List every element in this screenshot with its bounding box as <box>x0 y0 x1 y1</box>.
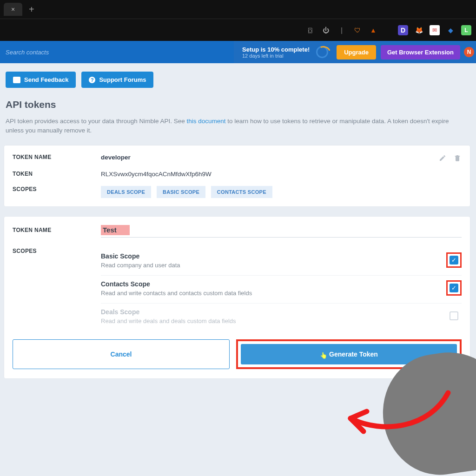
edit-icon[interactable] <box>438 154 447 162</box>
search-wrap <box>0 41 234 63</box>
existing-token-name: developer <box>101 154 438 161</box>
scope-title: Deals Scope <box>101 308 236 316</box>
scope-description: Read company and user data <box>101 262 180 269</box>
close-icon[interactable]: × <box>11 6 15 13</box>
scope-item: Contacts ScopeRead and write contacts an… <box>101 276 462 304</box>
extension-diamond-icon[interactable]: ◆ <box>445 25 456 35</box>
existing-token-value: RLXSvwx0ycm4fqocACnMfdwXfp6h9W <box>101 171 462 178</box>
scope-description: Read and write contacts and contacts cus… <box>101 290 252 297</box>
scope-chip: CONTACTS SCOPE <box>211 186 272 198</box>
existing-scopes: DEALS SCOPE BASIC SCOPE CONTACTS SCOPE <box>101 186 462 198</box>
scope-checkbox[interactable] <box>450 311 458 320</box>
notification-badge[interactable]: N <box>464 47 474 57</box>
scope-list: Basic ScopeRead company and user data✓Co… <box>101 248 462 331</box>
progress-ring-icon <box>316 46 328 58</box>
label-scopes: SCOPES <box>13 186 101 192</box>
browser-toolbar: ⌼ ⏻ | 🛡 ▲ D 🦊 ✉ ◆ L <box>0 19 476 41</box>
scope-description: Read and write deals and deals custom da… <box>101 317 236 324</box>
setup-progress[interactable]: Setup is 10% complete! 12 days left in t… <box>234 46 337 59</box>
shield-icon[interactable]: 🛡 <box>352 25 363 35</box>
checkbox-highlight-frame: ✓ <box>446 280 462 296</box>
extension-d-icon[interactable]: D <box>398 25 408 35</box>
link-icon[interactable]: ⌼ <box>305 25 315 35</box>
upgrade-button[interactable]: Upgrade <box>337 45 376 60</box>
existing-token-card: TOKEN NAME developer TOKEN RLXSvwx0ycm4f… <box>4 145 470 207</box>
support-forums-label: Support Forums <box>99 76 146 83</box>
app-topbar: Setup is 10% complete! 12 days left in t… <box>0 41 476 63</box>
doc-link[interactable]: this document <box>186 118 225 125</box>
send-feedback-label: Send Feedback <box>24 76 68 83</box>
label-scopes: SCOPES <box>13 248 101 254</box>
label-token-name: TOKEN NAME <box>13 225 101 233</box>
alert-icon[interactable]: ▲ <box>368 25 378 35</box>
scope-title: Contacts Scope <box>101 280 252 288</box>
cancel-button[interactable]: Cancel <box>13 339 230 369</box>
new-tab-button[interactable]: + <box>26 4 37 15</box>
new-token-form: TOKEN NAME SCOPES Basic ScopeRead compan… <box>4 216 470 379</box>
scope-chip: BASIC SCOPE <box>157 186 205 198</box>
scope-item: Basic ScopeRead company and user data✓ <box>101 248 462 276</box>
label-token-name: TOKEN NAME <box>13 154 101 160</box>
scope-checkbox[interactable]: ✓ <box>450 256 458 264</box>
power-icon[interactable]: ⏻ <box>321 25 331 35</box>
extension-l-icon[interactable]: L <box>461 25 471 35</box>
page-title: API tokens <box>6 99 470 110</box>
delete-icon[interactable] <box>453 154 462 162</box>
chat-icon <box>13 77 20 83</box>
question-icon: ? <box>89 77 95 83</box>
pointer-cursor-icon <box>320 351 326 358</box>
checkbox-highlight-frame: ✓ <box>446 252 462 268</box>
browser-tab[interactable]: × <box>4 3 22 16</box>
send-feedback-button[interactable]: Send Feedback <box>6 72 76 88</box>
browser-chrome: × + ⌼ ⏻ | 🛡 ▲ D 🦊 ✉ ◆ L <box>0 0 476 41</box>
extension-fox-icon[interactable]: 🦊 <box>414 25 424 35</box>
divider: | <box>337 25 347 35</box>
browser-extension-button[interactable]: Get Browser Extension <box>381 45 460 60</box>
setup-title: Setup is 10% complete! <box>242 46 310 53</box>
setup-sub: 12 days left in trial <box>242 53 310 59</box>
scope-checkbox[interactable]: ✓ <box>450 284 458 292</box>
page-description: API token provides access to your data t… <box>6 117 467 136</box>
token-name-input[interactable] <box>103 226 126 234</box>
search-input[interactable] <box>6 49 228 56</box>
token-name-highlight <box>101 225 130 235</box>
scope-chip: DEALS SCOPE <box>101 186 151 198</box>
extension-mail-icon[interactable]: ✉ <box>430 25 440 35</box>
label-token: TOKEN <box>13 171 101 177</box>
token-name-input-wrap <box>101 225 462 238</box>
scope-item: Deals ScopeRead and write deals and deal… <box>101 304 462 331</box>
scope-title: Basic Scope <box>101 252 180 260</box>
support-forums-button[interactable]: ? Support Forums <box>81 72 153 88</box>
